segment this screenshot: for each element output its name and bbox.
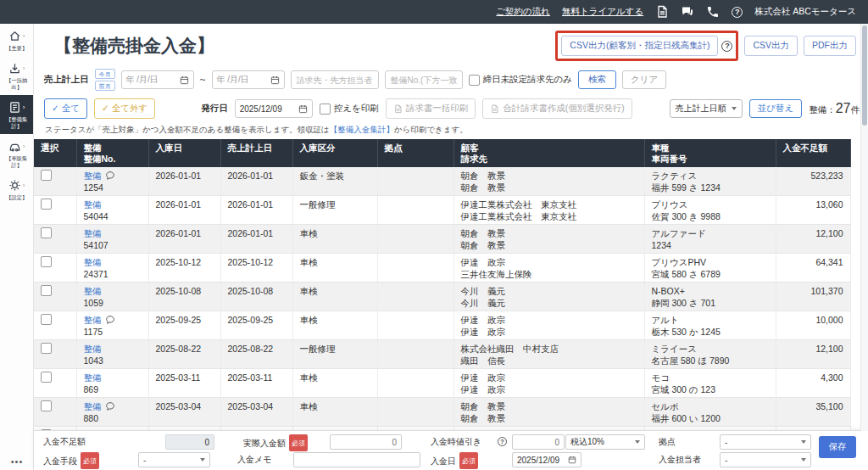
row-checkbox[interactable]	[41, 227, 52, 238]
issue-date-input[interactable]: 2025/12/09	[235, 99, 313, 118]
maintenance-link[interactable]: 整備	[84, 285, 102, 297]
sales-date-from-input[interactable]: 年 /月/日	[121, 70, 194, 89]
maintenance-link[interactable]: 整備	[84, 227, 102, 239]
prev-month-button[interactable]: 前月	[95, 81, 115, 91]
base-cell	[377, 398, 453, 427]
maintenance-no-input[interactable]	[385, 70, 463, 89]
required-badge: 必須	[81, 452, 99, 469]
this-month-button[interactable]: 今月	[95, 69, 115, 79]
base-cell	[377, 283, 453, 311]
sidebar-item-batch-extract[interactable]: › 【一括抽出】	[0, 56, 33, 95]
sales-date-to-input[interactable]: 年 /月/日	[212, 70, 285, 89]
payment-date-label: 入金日必須	[431, 452, 478, 469]
maintenance-no: 54044	[84, 210, 142, 222]
sidebar-item-settings[interactable]: › 【設定】	[0, 173, 33, 205]
payment-method-select[interactable]: -	[138, 452, 210, 467]
base-label: 拠点	[659, 434, 676, 449]
maintenance-link[interactable]: 整備	[84, 199, 102, 210]
comment-icon[interactable]	[105, 401, 115, 411]
billing-name: 伊達 政宗	[461, 326, 637, 338]
shortfall-label: 入金不足額	[43, 434, 86, 449]
maintenance-link[interactable]: 整備	[84, 400, 102, 412]
csv-help-icon[interactable]: ?	[721, 41, 732, 52]
sidebar-item-main[interactable]: › 【主要】	[0, 24, 33, 56]
sidebar-item-car-sales-summary[interactable]: › 【車販集計】	[0, 134, 33, 173]
plate-number: 福井 599 さ 1234	[652, 182, 769, 193]
maintenance-link[interactable]: 整備	[84, 343, 102, 355]
sales-date: 2026-01-01	[220, 196, 292, 225]
tax-select[interactable]: 税込10%	[565, 434, 645, 450]
billing-name: 三井住友海上保険	[461, 268, 637, 280]
row-checkbox[interactable]	[41, 314, 52, 325]
calendar-icon	[180, 76, 189, 85]
free-trial-link[interactable]: 無料トライアルする	[562, 6, 643, 18]
maintenance-no: 869	[84, 383, 142, 395]
csv-export-button[interactable]: CSV出力	[744, 36, 798, 56]
csv-export-customer-button[interactable]: CSV出力(顧客別・指定日残高集計)	[561, 36, 718, 56]
col-entry-date: 入庫日	[148, 139, 220, 167]
row-checkbox[interactable]	[41, 372, 52, 383]
col-entry-division: 入庫区分	[292, 139, 377, 167]
car-model: ラクティス	[652, 170, 769, 182]
payment-date-input[interactable]: 2025/12/09	[512, 452, 581, 467]
closing-date-unset-checkbox[interactable]	[469, 75, 480, 86]
base-cell	[377, 340, 453, 369]
customer-name: 朝倉 教景	[461, 400, 637, 412]
deselect-all-button[interactable]: ✓ 全て外す	[94, 98, 155, 119]
chevron-right-icon: ›	[23, 64, 25, 72]
base-select[interactable]: -	[720, 434, 811, 450]
contract-flow-link[interactable]: ご契約の流れ	[496, 6, 550, 18]
comment-icon[interactable]	[105, 171, 115, 181]
row-checkbox[interactable]	[41, 285, 52, 296]
sort-order-select[interactable]: 売上計上日順	[670, 99, 743, 118]
sidebar-item-maintenance-summary[interactable]: › 【整備集計】	[0, 95, 33, 134]
row-checkbox[interactable]	[41, 199, 52, 210]
maintenance-link[interactable]: 整備	[84, 314, 102, 326]
row-checkbox[interactable]	[41, 256, 52, 267]
invoice-icon[interactable]	[655, 5, 669, 19]
search-button[interactable]: 検索	[578, 70, 616, 89]
copy-print-checkbox[interactable]	[320, 104, 331, 115]
col-sales-date: 売上計上日	[220, 139, 292, 167]
maintenance-payment-summary-link[interactable]: 【整備入金集計】	[330, 125, 394, 134]
discount-help-icon[interactable]: ?	[498, 437, 507, 446]
save-button[interactable]: 保存	[819, 436, 856, 458]
customer-name: 伊達 政宗	[461, 256, 637, 268]
row-checkbox[interactable]	[41, 170, 52, 181]
chevron-right-icon: ›	[23, 104, 25, 111]
actual-amount-input[interactable]	[330, 434, 402, 450]
col-customer: 顧客請求先	[453, 139, 644, 167]
comment-icon[interactable]	[105, 315, 115, 325]
phone-icon[interactable]	[706, 5, 720, 19]
car-icon	[8, 140, 21, 153]
payment-memo-input[interactable]	[293, 452, 420, 467]
payment-staff-select[interactable]: -	[720, 452, 811, 467]
billing-search-input[interactable]	[291, 70, 379, 89]
maintenance-link[interactable]: 整備	[84, 170, 102, 182]
total-invoice-create-button[interactable]: 合計請求書作成(個別選択発行)	[482, 98, 632, 119]
payment-memo-label: 入金メモ	[237, 452, 271, 467]
sort-button[interactable]: 並び替え	[749, 99, 803, 118]
scrollbar-thumb[interactable]	[862, 25, 867, 126]
clear-button[interactable]: クリア	[622, 70, 666, 89]
pdf-export-button[interactable]: PDF出力	[804, 36, 856, 56]
sidebar-more-button[interactable]: •••	[0, 456, 34, 467]
help-icon[interactable]: ?	[732, 7, 743, 18]
car-model: アルファード	[652, 227, 769, 239]
billing-name: 朝倉 教景	[461, 239, 637, 251]
row-checkbox[interactable]	[41, 400, 52, 411]
bulk-invoice-print-button[interactable]: 請求書一括印刷	[386, 98, 476, 119]
copy-print-label: 控えを印刷	[334, 103, 379, 115]
app-window: ご契約の流れ 無料トライアルする ? 株式会社 ABCモータース › 【主要】 …	[0, 0, 868, 470]
base-cell	[377, 369, 453, 398]
maintenance-link[interactable]: 整備	[84, 256, 102, 268]
table-row: 整備 1059 2025-10-08 2025-10-08 車検 今川 義元今川…	[34, 283, 850, 311]
gear-icon	[8, 179, 21, 192]
discount-input[interactable]	[512, 434, 565, 450]
chat-icon[interactable]	[681, 5, 694, 19]
maintenance-link[interactable]: 整備	[84, 372, 102, 383]
row-checkbox[interactable]	[41, 343, 52, 354]
vertical-scrollbar[interactable]	[860, 24, 868, 431]
calendar-icon	[270, 76, 280, 85]
select-all-button[interactable]: ✓ 全て	[44, 98, 87, 119]
